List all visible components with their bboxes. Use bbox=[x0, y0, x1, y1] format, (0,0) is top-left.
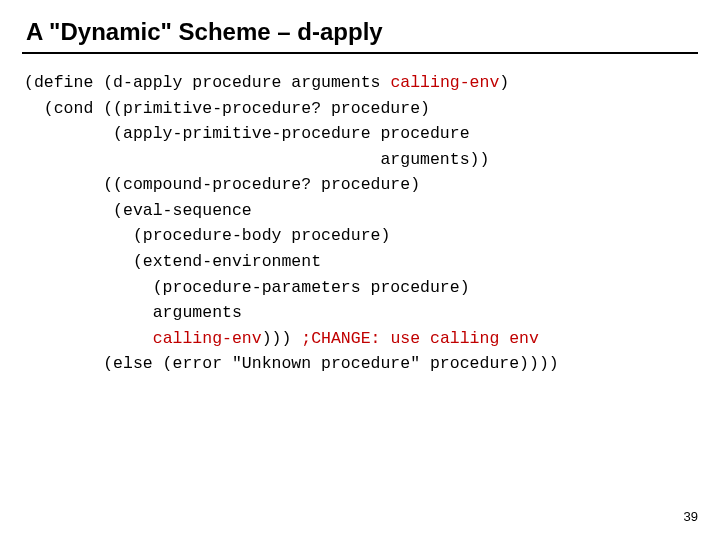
code-line-8: (extend-environment bbox=[24, 252, 321, 271]
code-block: (define (d-apply procedure arguments cal… bbox=[24, 70, 698, 377]
slide: A "Dynamic" Scheme – d-apply (define (d-… bbox=[0, 0, 720, 540]
code-line-5: ((compound-procedure? procedure) bbox=[24, 175, 420, 194]
code-line-11a bbox=[24, 329, 153, 348]
code-line-11d-comment: ;CHANGE: use calling env bbox=[301, 329, 539, 348]
code-line-1c: ) bbox=[499, 73, 509, 92]
code-line-11c: ))) bbox=[262, 329, 302, 348]
code-line-11b-highlight: calling-env bbox=[153, 329, 262, 348]
title-rule bbox=[22, 52, 698, 54]
slide-title: A "Dynamic" Scheme – d-apply bbox=[26, 18, 698, 46]
page-number: 39 bbox=[684, 509, 698, 524]
code-line-1b-highlight: calling-env bbox=[390, 73, 499, 92]
code-line-7: (procedure-body procedure) bbox=[24, 226, 390, 245]
code-line-1a: (define (d-apply procedure arguments bbox=[24, 73, 390, 92]
code-line-2: (cond ((primitive-procedure? procedure) bbox=[24, 99, 430, 118]
code-line-9: (procedure-parameters procedure) bbox=[24, 278, 470, 297]
code-line-12: (else (error "Unknown procedure" procedu… bbox=[24, 354, 559, 373]
code-line-4: arguments)) bbox=[24, 150, 489, 169]
code-line-10: arguments bbox=[24, 303, 242, 322]
code-line-6: (eval-sequence bbox=[24, 201, 252, 220]
code-line-3: (apply-primitive-procedure procedure bbox=[24, 124, 470, 143]
